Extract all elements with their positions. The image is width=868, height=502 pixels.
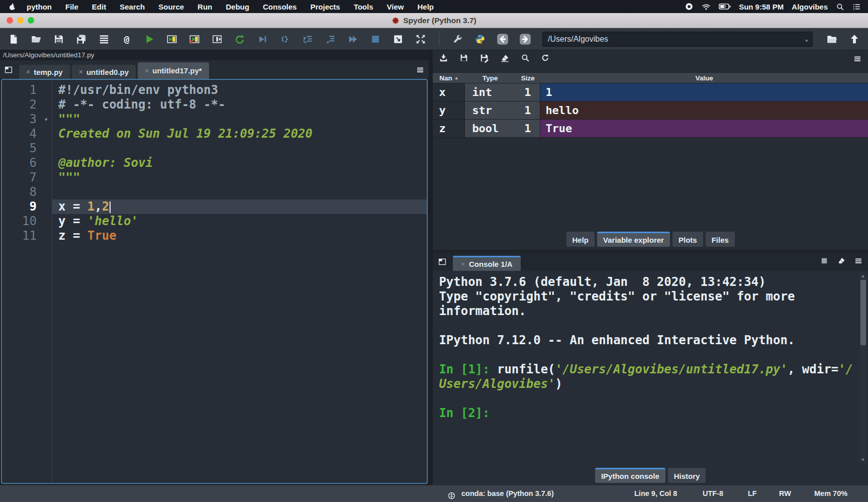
back-button[interactable]	[494, 31, 511, 48]
code-line[interactable]	[52, 185, 427, 199]
apple-menu-icon[interactable]	[8, 3, 17, 11]
fullscreen-button[interactable]	[412, 31, 429, 48]
editor-tab-temp-py[interactable]: ×temp.py	[19, 65, 70, 79]
variable-value[interactable]: hello	[540, 102, 868, 119]
variable-value[interactable]: 1	[540, 83, 868, 101]
gutter-line[interactable]: 6	[2, 156, 52, 170]
chevron-down-icon[interactable]	[804, 37, 810, 46]
code-line[interactable]: information.	[439, 304, 853, 319]
variable-value[interactable]: True	[540, 120, 868, 137]
search-variable-button[interactable]	[521, 53, 530, 64]
gutter-line[interactable]: 1	[2, 83, 52, 97]
code-line[interactable]: x = 1,2	[52, 199, 427, 214]
save-data-button[interactable]	[459, 53, 468, 64]
find-symbols-button[interactable]: @	[118, 31, 135, 48]
menu-item-source[interactable]: Source	[158, 3, 184, 11]
save-file-button[interactable]	[50, 31, 67, 48]
fold-marker-icon[interactable]: ▾	[44, 112, 48, 127]
options-menu-button[interactable]	[854, 256, 863, 267]
gutter-line[interactable]: 7	[2, 170, 52, 185]
table-row-z[interactable]: zbool1True	[433, 120, 868, 138]
gutter-line[interactable]: 2	[2, 97, 52, 112]
forward-button[interactable]	[517, 31, 534, 48]
menu-item-consoles[interactable]: Consoles	[263, 3, 297, 11]
code-line[interactable]	[439, 348, 853, 362]
run-cell-advance-button[interactable]	[186, 31, 203, 48]
menu-item-tools[interactable]: Tools	[354, 3, 373, 11]
menubar-user[interactable]: Algovibes	[792, 3, 828, 11]
close-tab-icon[interactable]: ×	[26, 68, 30, 76]
pane-tab-variable-explorer[interactable]: Variable explorer	[597, 232, 670, 247]
run-file-button[interactable]	[141, 31, 158, 48]
code-line[interactable]	[439, 391, 853, 406]
debug-file-button[interactable]	[254, 31, 271, 48]
code-line[interactable]: IPython 7.12.0 -- An enhanced Interactiv…	[439, 333, 853, 348]
code-editor[interactable]: #!/usr/bin/env python3# -*- coding: utf-…	[52, 80, 427, 483]
column-header-size[interactable]: Size	[515, 74, 540, 82]
code-line[interactable]	[439, 319, 853, 333]
close-window-button[interactable]	[7, 17, 13, 24]
menu-item-file[interactable]: File	[65, 3, 78, 11]
menu-app-name[interactable]: python	[27, 3, 52, 11]
pane-tab-help[interactable]: Help	[566, 232, 595, 247]
python-path-manager-button[interactable]	[471, 31, 489, 48]
code-line[interactable]: Created on Sun Jul 19 21:09:25 2020	[52, 127, 427, 141]
console-tab-console-1-a[interactable]: ×Console 1/A	[453, 256, 520, 271]
console-tab-history[interactable]: History	[668, 468, 706, 483]
browse-consoles-icon[interactable]	[438, 257, 447, 266]
gutter-line[interactable]: 9	[2, 199, 52, 214]
screen-recording-icon[interactable]	[685, 2, 694, 11]
menu-item-projects[interactable]: Projects	[310, 3, 340, 11]
menu-item-view[interactable]: View	[387, 3, 404, 11]
gutter-line[interactable]: 8	[2, 185, 52, 199]
code-line[interactable]: @author: Sovi	[52, 156, 427, 170]
code-line[interactable]	[52, 141, 427, 156]
save-all-button[interactable]	[73, 31, 90, 48]
vertical-splitter[interactable]	[429, 50, 433, 485]
new-file-button[interactable]	[5, 31, 22, 48]
code-line[interactable]: """	[52, 170, 427, 185]
gutter-line[interactable]: 11	[2, 229, 52, 243]
code-line[interactable]: In [1]: runfile('/Users/Algovibes/untitl…	[439, 362, 853, 377]
menu-item-run[interactable]: Run	[198, 3, 212, 11]
preferences-button[interactable]	[449, 31, 466, 48]
save-data-as-button[interactable]	[479, 53, 489, 65]
refresh-variables-button[interactable]	[541, 53, 550, 64]
code-line[interactable]: In [2]:	[439, 406, 853, 421]
zoom-window-button[interactable]	[28, 17, 34, 24]
editor-tab-untitled17-py[interactable]: ×untitled17.py*	[138, 62, 209, 79]
menubar-clock[interactable]: Sun 9:58 PM	[739, 3, 784, 11]
close-tab-icon[interactable]: ×	[79, 68, 83, 76]
parent-directory-button[interactable]	[846, 31, 863, 48]
console-output[interactable]: ▲ ▼ Python 3.7.6 (default, Jan 8 2020, 1…	[433, 271, 868, 466]
code-line[interactable]: """	[52, 112, 427, 127]
interrupt-kernel-button[interactable]	[820, 256, 829, 267]
pane-tab-plots[interactable]: Plots	[672, 232, 703, 247]
continue-execution-button[interactable]	[344, 31, 361, 48]
run-cell-button[interactable]	[163, 31, 180, 48]
wifi-icon[interactable]	[702, 2, 711, 11]
menu-item-debug[interactable]: Debug	[226, 3, 249, 11]
step-over-button[interactable]	[276, 31, 294, 48]
code-line[interactable]: y = 'hello'	[52, 214, 427, 229]
console-scrollbar[interactable]: ▲ ▼	[859, 273, 866, 463]
menu-item-help[interactable]: Help	[417, 3, 434, 11]
column-header-name[interactable]: Nan ▲	[433, 74, 465, 82]
table-row-y[interactable]: ystr1hello	[433, 102, 868, 120]
close-tab-icon[interactable]: ×	[145, 67, 149, 75]
minimize-window-button[interactable]	[17, 17, 24, 24]
remove-all-variables-button[interactable]	[500, 53, 510, 65]
menu-item-search[interactable]: Search	[120, 3, 145, 11]
column-header-value[interactable]: Value	[540, 74, 868, 82]
working-directory-input[interactable]: /Users/Algovibes	[542, 32, 813, 47]
scroll-up-icon[interactable]: ▲	[859, 273, 866, 279]
console-tab-ipython-console[interactable]: IPython console	[595, 468, 665, 483]
window-titlebar[interactable]: Spyder (Python 3.7)	[0, 13, 868, 28]
scrollbar-thumb[interactable]	[860, 280, 866, 345]
open-file-button[interactable]	[28, 31, 45, 48]
gutter-line[interactable]: 5	[2, 141, 52, 156]
scroll-down-icon[interactable]: ▼	[859, 457, 866, 463]
code-line[interactable]: Python 3.7.6 (default, Jan 8 2020, 13:42…	[439, 275, 853, 289]
file-switcher-button[interactable]	[95, 31, 113, 48]
close-tab-icon[interactable]: ×	[461, 260, 465, 268]
